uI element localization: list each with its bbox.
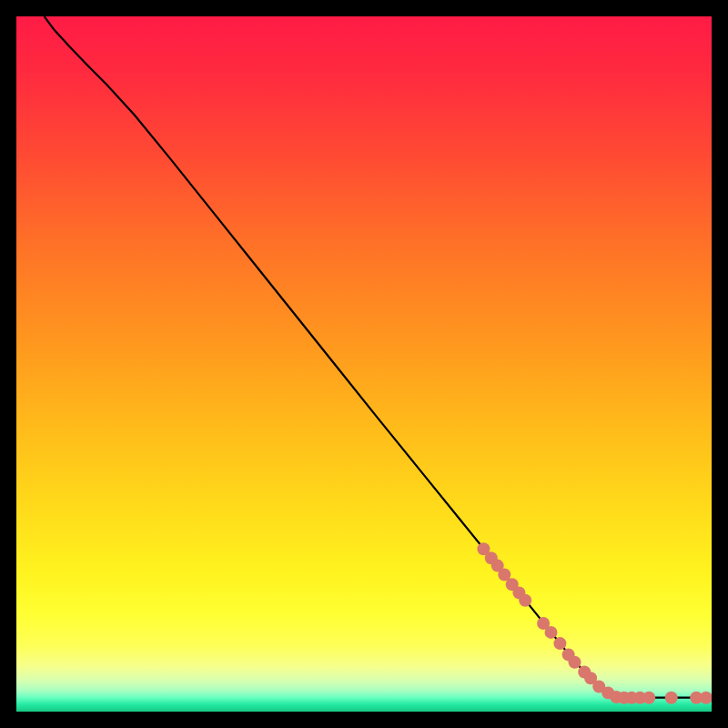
data-marker — [545, 626, 558, 639]
data-marker — [553, 637, 566, 650]
data-marker — [665, 692, 678, 704]
chart-plot — [16, 16, 712, 712]
data-marker — [642, 692, 655, 704]
data-marker — [569, 656, 581, 669]
gradient-background — [16, 16, 712, 712]
chart-frame: TheBottleneck.com — [16, 16, 712, 712]
data-marker — [519, 594, 531, 607]
